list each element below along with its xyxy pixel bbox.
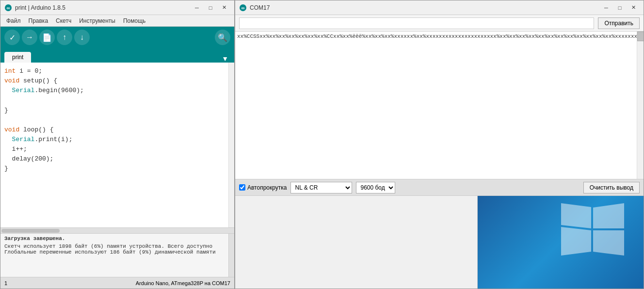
com-widget-right-desktop (478, 196, 644, 289)
com-icon: ∞ (239, 4, 247, 12)
windows-logo-svg (561, 203, 629, 257)
svg-marker-6 (561, 227, 591, 256)
console-content: Загрузка завершена. Скетч использует 189… (0, 234, 228, 277)
menu-file[interactable]: Файл (2, 16, 25, 25)
maximize-button[interactable]: □ (204, 3, 217, 13)
serial-text-line: хх%ССSSхх%хх%хх%хх%хх%хх%хх%ССхх%хх%ёёё%… (237, 33, 642, 39)
svg-marker-7 (593, 230, 624, 256)
tab-print[interactable]: print (4, 52, 31, 63)
upload-button[interactable]: → (22, 30, 37, 45)
com-widget-area: ≡ — (235, 195, 644, 289)
console-status: Загрузка завершена. (4, 236, 225, 241)
send-button[interactable]: Отправить (598, 17, 640, 29)
status-bar: 1 Arduino Nano, ATmega328P на COM17 (0, 277, 234, 289)
code-serial1: Serial (12, 87, 35, 94)
console-line1: Скетч использует 1898 байт (6%) памяти у… (4, 243, 225, 249)
svg-marker-5 (593, 203, 624, 228)
com-input-field[interactable] (239, 17, 594, 29)
serial-scrollbar-thumb (637, 32, 644, 41)
svg-text:∞: ∞ (241, 5, 244, 11)
line-number: 1 (4, 280, 7, 286)
serial-scrollbar[interactable] (637, 32, 644, 179)
toolbar: ✓ → 📄 ↑ ↓ 🔍 (0, 27, 234, 48)
serial-output[interactable]: хх%ССSSхх%хх%хх%хх%хх%хх%хх%ССхх%хх%ёёё%… (235, 32, 644, 179)
save-button[interactable]: ↓ (74, 30, 90, 45)
menu-tools[interactable]: Инструменты (75, 16, 119, 25)
window-controls: ─ □ ✕ (191, 3, 230, 13)
com-bottom-bar: Автопрокрутка NL & CR Нет конца строки Н… (235, 179, 644, 195)
com-title: COM17 (250, 4, 600, 11)
arduino-title-bar: ∞ print | Arduino 1.8.5 ─ □ ✕ (0, 0, 234, 15)
tab-bar: print ▼ (0, 48, 234, 63)
line-ending-select[interactable]: NL & CR Нет конца строки Новая строка Во… (290, 182, 352, 193)
com-widget-left: ≡ — (235, 196, 478, 289)
arduino-icon: ∞ (4, 4, 12, 12)
code-kw-void2: void (4, 126, 19, 133)
menu-edit[interactable]: Правка (25, 16, 52, 25)
com-maximize-button[interactable]: □ (613, 3, 626, 13)
new-button[interactable]: 📄 (39, 30, 55, 45)
code-content: int i = 0; void setup() { Serial.begin(9… (0, 63, 234, 227)
com-window: ∞ COM17 ─ □ ✕ Отправить хх%ССSSхх%хх%хх%… (235, 0, 644, 289)
close-button[interactable]: ✕ (218, 3, 230, 13)
menu-sketch[interactable]: Скетч (52, 16, 75, 25)
open-button[interactable]: ↑ (57, 30, 72, 45)
code-kw-int: int (4, 67, 16, 75)
code-editor[interactable]: int i = 0; void setup() { Serial.begin(9… (0, 63, 234, 227)
search-button[interactable]: 🔍 (215, 30, 230, 45)
menu-bar: Файл Правка Скетч Инструменты Помощь (0, 15, 234, 27)
console-area: Загрузка завершена. Скетч использует 189… (0, 233, 234, 277)
editor-scrollbar[interactable] (228, 63, 234, 227)
tab-label: print (12, 54, 23, 61)
tab-dropdown[interactable]: ▼ (222, 55, 230, 63)
auto-scroll-checkbox[interactable] (239, 184, 245, 191)
minimize-button[interactable]: ─ (191, 3, 203, 13)
com-title-bar: ∞ COM17 ─ □ ✕ (235, 0, 644, 15)
auto-scroll-label[interactable]: Автопрокрутка (239, 184, 287, 191)
auto-scroll-text: Автопрокрутка (247, 184, 287, 191)
com-input-area: Отправить (235, 15, 644, 32)
svg-text:∞: ∞ (6, 5, 10, 11)
clear-button[interactable]: Очистить вывод (583, 182, 640, 193)
console-line2: Глобальные переменные используют 186 бай… (4, 249, 225, 255)
com-minimize-button[interactable]: ─ (600, 3, 612, 13)
arduino-window: ∞ print | Arduino 1.8.5 ─ □ ✕ Файл Правк… (0, 0, 235, 289)
arduino-title: print | Arduino 1.8.5 (15, 4, 191, 11)
h-scrollbar[interactable] (0, 227, 234, 233)
svg-marker-4 (561, 203, 591, 228)
h-scrollbar-thumb (1, 229, 60, 233)
menu-help[interactable]: Помощь (119, 16, 149, 25)
com-window-controls: ─ □ ✕ (600, 3, 640, 13)
board-info: Arduino Nano, ATmega328P на COM17 (136, 280, 230, 286)
com-close-button[interactable]: ✕ (627, 3, 640, 13)
code-serial2: Serial (12, 136, 35, 143)
baud-rate-select[interactable]: 9600 бод 300 600 115200 (356, 182, 395, 193)
verify-button[interactable]: ✓ (4, 30, 20, 45)
console-scrollbar[interactable] (228, 234, 234, 277)
code-kw-void1: void (4, 77, 19, 84)
